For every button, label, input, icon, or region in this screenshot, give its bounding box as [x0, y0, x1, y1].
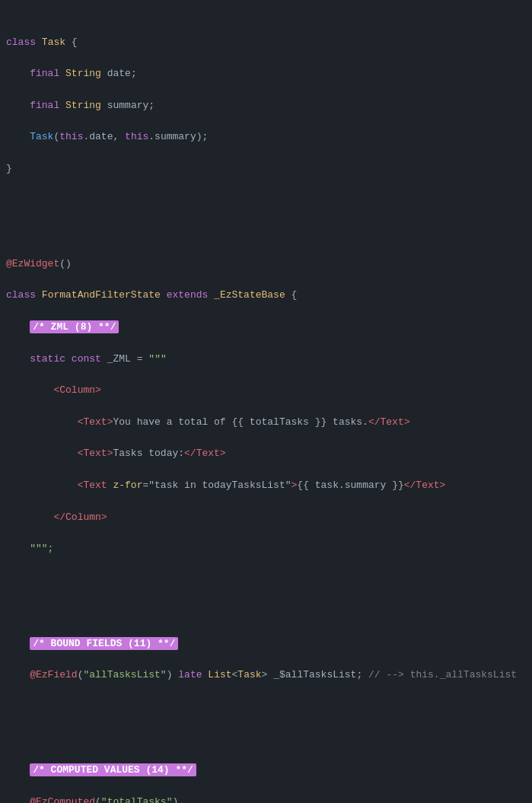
line-22 [0, 699, 532, 715]
line-11: static const _ZML = """ [0, 352, 532, 368]
line-6 [0, 193, 532, 209]
line-8: @EzWidget() [0, 257, 532, 272]
line-23 [0, 731, 532, 747]
line-13: <Text>You have a total of {{ totalTasks … [0, 415, 532, 431]
line-12: <Column> [0, 383, 532, 399]
line-10: /* ZML (8) **/ [0, 320, 532, 336]
line-3: final String summary; [0, 98, 532, 114]
line-4: Task(this.date, this.summary); [0, 129, 532, 145]
line-24: /* COMPUTED VALUES (14) **/ [0, 763, 532, 779]
line-19 [0, 604, 532, 620]
line-20: /* BOUND FIELDS (11) **/ [0, 636, 532, 652]
line-9: class FormatAndFilterState extends _EzSt… [0, 288, 532, 304]
line-7 [0, 225, 532, 241]
line-18 [0, 573, 532, 589]
line-25: @EzComputed("totalTasks") [0, 795, 532, 803]
line-21: @EzField("allTasksList") late List<Task>… [0, 668, 532, 684]
line-15: <Text z-for="task in todayTasksList">{{ … [0, 478, 532, 494]
code-viewer: class Task { final String date; final St… [0, 0, 532, 803]
line-17: """; [0, 541, 532, 557]
line-5: } [0, 161, 532, 177]
line-14: <Text>Tasks today:</Text> [0, 446, 532, 462]
line-16: </Column> [0, 510, 532, 526]
line-1: class Task { [0, 35, 532, 51]
line-2: final String date; [0, 66, 532, 82]
